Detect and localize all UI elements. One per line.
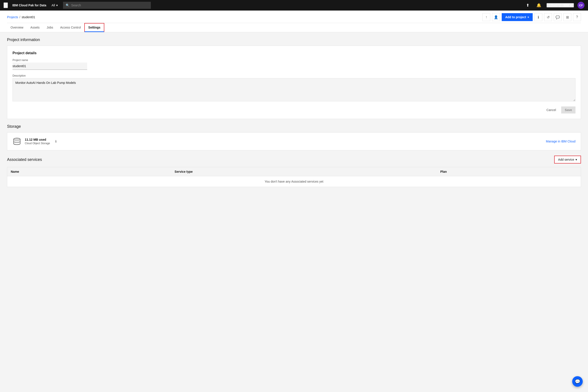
info-icon-btn[interactable]: ℹ <box>534 13 542 21</box>
services-empty-row: You don't have any Associated services y… <box>7 176 581 187</box>
chevron-down-icon: ▾ <box>575 158 577 161</box>
storage-size: 11.12 MB used <box>25 138 50 141</box>
chevron-down-icon: ▾ <box>570 4 572 7</box>
tab-jobs[interactable]: Jobs <box>43 24 57 32</box>
add-collaborator-icon: 👤 <box>494 15 498 19</box>
all-dropdown[interactable]: All ▾ <box>50 4 60 7</box>
search-icon: 🔍 <box>66 4 69 7</box>
search-bar: 🔍 <box>63 2 151 9</box>
breadcrumb-current: student01 <box>22 15 35 19</box>
upload-button[interactable]: ↑ <box>482 13 490 21</box>
page-header: Projects / student01 ↑ 👤 Add to project … <box>0 10 588 32</box>
storage-type: Cloud Object Storage <box>25 142 50 145</box>
chat-fab[interactable]: 💬 <box>572 376 583 387</box>
description-textarea[interactable]: Monitor AutoAI Hands On Lab Pump Models <box>13 78 575 102</box>
col-name: Name <box>7 167 171 176</box>
project-details-card-title: Project details <box>13 51 575 55</box>
save-button[interactable]: Save <box>561 106 575 114</box>
storage-info-icon[interactable]: ℹ <box>55 140 57 143</box>
header-actions: ↑ 👤 Add to project + ℹ ↺ 💬 ⊞ ? <box>482 13 581 21</box>
tabs-row: Overview Assets Jobs Access Control Sett… <box>7 23 581 32</box>
tab-access-control[interactable]: Access Control <box>57 24 84 32</box>
add-service-label: Add service <box>558 158 574 161</box>
history-icon-btn[interactable]: ↺ <box>544 13 552 21</box>
all-dropdown-label: All <box>52 4 55 7</box>
storage-card: 11.12 MB used Cloud Object Storage ℹ Man… <box>7 132 581 150</box>
topnav: ☰ IBM Cloud Pak for Data All ▾ 🔍 ⬆ 🔔 226… <box>0 0 588 10</box>
share-icon-btn[interactable]: ⬆ <box>524 3 531 8</box>
breadcrumb-projects-link[interactable]: Projects <box>7 15 18 19</box>
project-name-group: Project name <box>13 58 575 70</box>
breadcrumb-separator: / <box>20 15 21 19</box>
project-name-label: Project name <box>13 58 575 62</box>
services-table: Name Service type Plan You don't have an… <box>7 167 581 187</box>
chevron-down-icon: ▾ <box>56 4 58 7</box>
add-service-button[interactable]: Add service ▾ <box>554 156 581 164</box>
breadcrumb: Projects / student01 <box>7 15 35 19</box>
brand-name: IBM Cloud Pak for Data <box>12 4 46 7</box>
storage-section-title: Storage <box>7 124 581 129</box>
services-header: Associated services Add service ▾ <box>7 156 581 164</box>
project-name-input[interactable] <box>13 62 87 70</box>
avatar[interactable]: CF <box>577 2 584 9</box>
description-group: Description Monitor AutoAI Hands On Lab … <box>13 74 575 102</box>
grid-icon-btn[interactable]: ⊞ <box>563 13 571 21</box>
user-label: 2264972 - IBM <box>549 4 569 7</box>
project-details-card: Project details Project name Description… <box>7 46 581 119</box>
manage-ibm-cloud-link[interactable]: Manage in IBM Cloud <box>546 140 575 143</box>
col-plan: Plan <box>437 167 581 176</box>
menu-icon[interactable]: ☰ <box>4 2 8 8</box>
tab-assets[interactable]: Assets <box>27 24 43 32</box>
project-info-section-title: Project information <box>7 38 581 42</box>
description-label: Description <box>13 74 575 77</box>
storage-info: 11.12 MB used Cloud Object Storage <box>25 138 50 145</box>
col-service-type: Service type <box>171 167 437 176</box>
add-to-project-label: Add to project <box>505 15 526 19</box>
services-empty-message: You don't have any Associated services y… <box>7 176 581 187</box>
form-actions: Cancel Save <box>13 106 575 114</box>
database-icon <box>13 137 21 146</box>
search-input[interactable] <box>71 4 148 7</box>
tab-settings[interactable]: Settings <box>84 23 104 32</box>
add-collaborator-button[interactable]: 👤 <box>492 13 500 21</box>
cancel-button[interactable]: Cancel <box>543 106 560 114</box>
user-dropdown[interactable]: 2264972 - IBM ▾ <box>546 3 574 8</box>
help-icon-btn[interactable]: ? <box>573 13 581 21</box>
notification-icon-btn[interactable]: 🔔 <box>535 3 543 8</box>
plus-icon: + <box>527 15 529 19</box>
associated-services-title: Associated services <box>7 157 42 162</box>
tab-overview[interactable]: Overview <box>7 24 27 32</box>
main-content: Project information Project details Proj… <box>0 32 588 392</box>
add-to-project-button[interactable]: Add to project + <box>502 13 533 21</box>
chat-icon-btn[interactable]: 💬 <box>554 13 562 21</box>
chat-fab-icon: 💬 <box>575 379 580 384</box>
